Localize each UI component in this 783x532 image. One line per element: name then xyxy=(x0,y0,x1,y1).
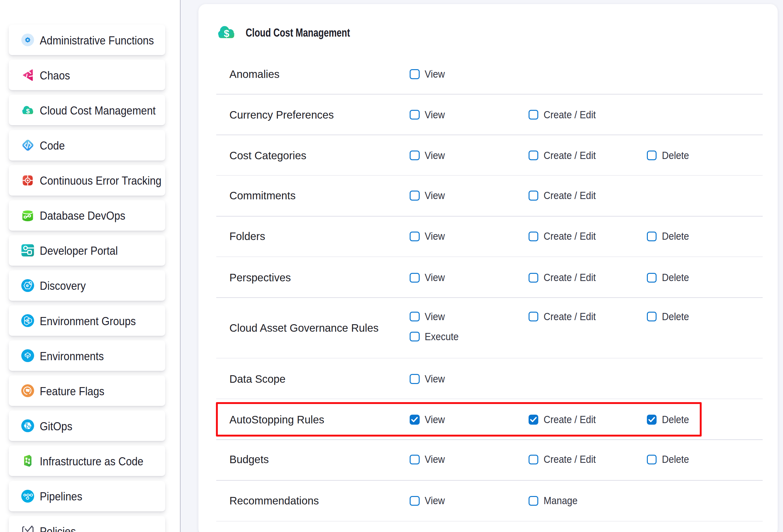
svg-text:$: $ xyxy=(26,107,30,115)
svg-text:$: $ xyxy=(224,28,229,39)
